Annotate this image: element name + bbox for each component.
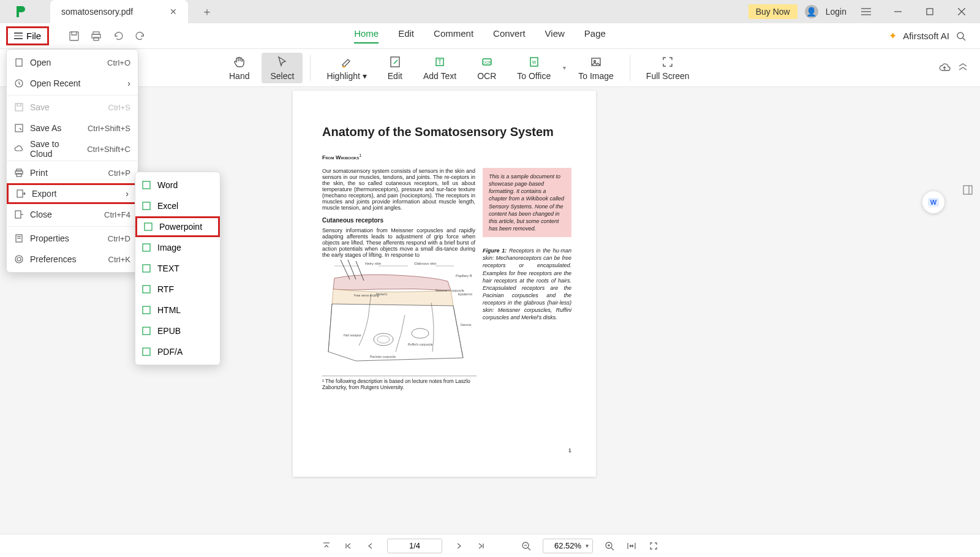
intro-paragraph: Our somatosensory system consists of sen… <box>322 168 475 211</box>
tooffice-label: To Office <box>517 71 551 81</box>
menu-save-cloud[interactable]: Save to CloudCtrl+Shift+C <box>7 138 138 159</box>
tab-close-button[interactable]: ✕ <box>170 7 177 17</box>
footnote: ¹ The following description is based on … <box>322 376 477 390</box>
fullscreen-tool[interactable]: Full Screen <box>638 53 698 83</box>
menu-save-as[interactable]: Save AsCtrl+Shift+S <box>7 118 138 138</box>
svg-rect-39 <box>143 244 150 251</box>
tab-comment[interactable]: Comment <box>434 28 473 44</box>
label-glabrous: Glabrous skin <box>414 262 437 265</box>
zoom-level[interactable]: 62.52%▾ <box>543 539 593 553</box>
menu-open[interactable]: OpenCtrl+O <box>7 52 138 73</box>
page-number: 1 <box>568 447 571 453</box>
svg-rect-30 <box>15 211 21 218</box>
separator <box>310 55 311 81</box>
image-icon <box>589 55 603 69</box>
maximize-button[interactable] <box>918 0 942 23</box>
svg-rect-37 <box>143 202 150 210</box>
close-button[interactable] <box>949 0 974 23</box>
svg-text:OCR: OCR <box>483 61 491 64</box>
svg-point-11 <box>957 32 963 39</box>
next-page-icon[interactable] <box>453 540 464 551</box>
file-menu-button[interactable]: File <box>6 26 49 45</box>
export-image[interactable]: Image <box>135 237 220 258</box>
export-pdfa[interactable]: PDF/A <box>135 341 220 362</box>
side-panel-toggle[interactable] <box>962 184 974 196</box>
sample-note: This is a sample document to showcase pa… <box>483 168 571 237</box>
tab-convert[interactable]: Convert <box>493 28 526 44</box>
addtext-tool[interactable]: T Add Text <box>415 53 465 83</box>
prev-page-icon[interactable] <box>365 540 376 551</box>
collapse-ribbon-icon[interactable] <box>957 62 969 74</box>
tab-view[interactable]: View <box>545 28 565 44</box>
save-icon <box>14 102 24 112</box>
cloud-upload-icon[interactable] <box>938 62 951 74</box>
ai-label[interactable]: Afirstsoft AI <box>903 31 949 41</box>
last-page-icon[interactable] <box>475 540 486 551</box>
minimize-button[interactable] <box>886 0 910 23</box>
page-source: From Wikibooks1 <box>322 153 571 161</box>
export-word[interactable]: Word <box>135 175 220 195</box>
toimage-tool[interactable]: To Image <box>570 53 622 83</box>
user-avatar-icon[interactable]: 👤 <box>805 5 818 18</box>
save-icon[interactable] <box>69 31 80 42</box>
first-page-icon[interactable] <box>343 540 354 551</box>
zoom-out-icon[interactable] <box>521 540 532 551</box>
fullscreen-label: Full Screen <box>646 71 690 81</box>
menu-properties[interactable]: PropertiesCtrl+D <box>7 228 138 249</box>
tab-page[interactable]: Page <box>584 28 606 44</box>
addtext-icon: T <box>433 55 447 69</box>
fit-page-icon[interactable] <box>648 540 659 551</box>
word-convert-badge[interactable]: W <box>922 191 944 213</box>
export-text[interactable]: TEXT <box>135 258 220 279</box>
new-tab-button[interactable]: ＋ <box>202 4 213 19</box>
file-label: File <box>26 31 41 41</box>
page-counter[interactable]: 1/4 <box>387 539 442 553</box>
close-doc-icon <box>14 210 24 219</box>
login-button[interactable]: Login <box>826 7 846 17</box>
ocr-icon: OCR <box>480 55 494 69</box>
tab-edit[interactable]: Edit <box>398 28 414 44</box>
scroll-top-icon[interactable] <box>321 540 332 551</box>
svg-text:Pacinian corpuscle: Pacinian corpuscle <box>370 355 396 358</box>
menu-save: SaveCtrl+S <box>7 97 138 118</box>
menu-button[interactable] <box>854 0 878 23</box>
office-icon: W <box>527 55 541 69</box>
fullscreen-icon <box>661 55 674 69</box>
document-tab[interactable]: somatosensory.pdf ✕ <box>50 0 188 23</box>
menu-open-recent[interactable]: Open Recent› <box>7 73 138 94</box>
fit-width-icon[interactable] <box>626 540 637 551</box>
hand-icon <box>233 55 246 69</box>
ai-sparkle-icon: ✦ <box>889 30 897 42</box>
highlighter-icon <box>340 55 353 69</box>
export-powerpoint[interactable]: Powerpoint <box>135 216 220 237</box>
edit-page-icon <box>388 55 402 69</box>
menu-export[interactable]: Export› <box>7 183 138 204</box>
ocr-tool[interactable]: OCR OCR <box>469 53 505 83</box>
print-icon[interactable] <box>91 31 102 42</box>
highlight-tool[interactable]: Highlight ▾ <box>318 53 375 83</box>
search-icon[interactable] <box>956 31 967 42</box>
file-menu: OpenCtrl+O Open Recent› SaveCtrl+S Save … <box>6 49 138 273</box>
properties-icon <box>14 233 24 243</box>
menu-close[interactable]: CloseCtrl+F4 <box>7 204 138 225</box>
clock-icon <box>14 78 24 88</box>
export-html[interactable]: HTML <box>135 300 220 320</box>
export-excel[interactable]: Excel <box>135 195 220 216</box>
menu-print[interactable]: PrintCtrl+P <box>7 162 138 183</box>
hand-tool[interactable]: Hand <box>221 53 258 83</box>
zoom-in-icon[interactable] <box>604 540 615 551</box>
edit-label: Edit <box>388 71 402 81</box>
export-epub[interactable]: EPUB <box>135 320 220 341</box>
undo-icon[interactable] <box>113 31 124 42</box>
svg-rect-29 <box>17 190 23 197</box>
menu-preferences[interactable]: PreferencesCtrl+K <box>7 249 138 270</box>
edit-tool[interactable]: Edit <box>379 53 411 83</box>
buy-now-button[interactable]: Buy Now <box>748 4 797 19</box>
tooffice-dropdown[interactable]: ▾ <box>563 64 566 71</box>
redo-icon[interactable] <box>135 31 146 42</box>
tab-home[interactable]: Home <box>354 28 379 44</box>
tooffice-tool[interactable]: W To Office <box>508 53 559 83</box>
export-rtf[interactable]: RTF <box>135 279 220 300</box>
svg-text:Epidermis: Epidermis <box>458 292 472 296</box>
select-tool[interactable]: Select <box>262 53 303 83</box>
